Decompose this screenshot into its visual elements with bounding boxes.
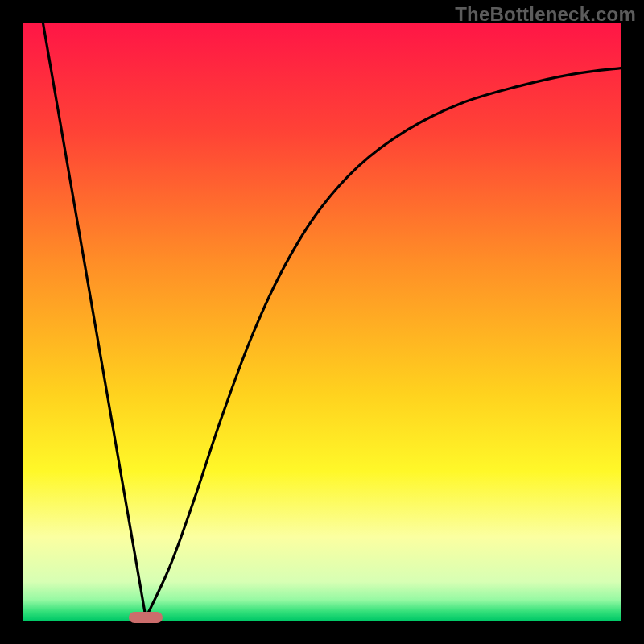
plot-frame — [23, 23, 621, 621]
optimum-marker — [129, 612, 163, 623]
bottleneck-chart — [23, 23, 621, 621]
gradient-background — [23, 23, 621, 621]
watermark-text: TheBottleneck.com — [455, 3, 636, 26]
